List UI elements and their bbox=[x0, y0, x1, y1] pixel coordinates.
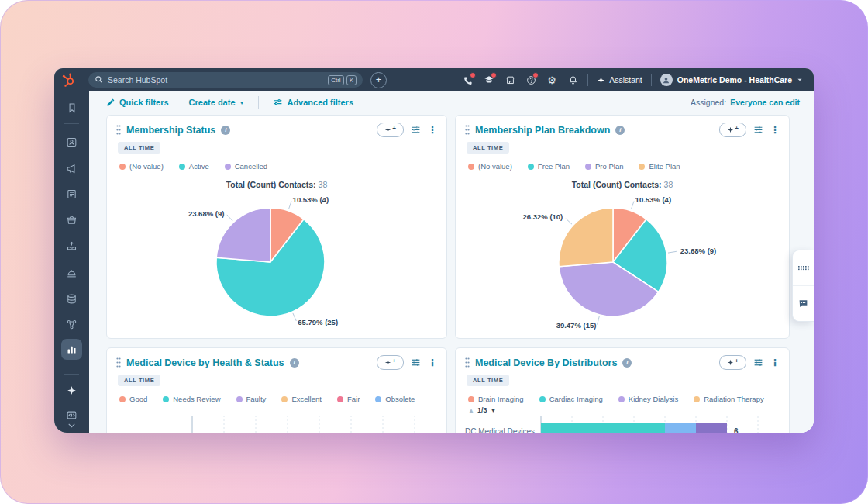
legend-label: Needs Review bbox=[173, 395, 220, 403]
pie-chart[interactable]: 10.53% (4)23.68% (9)39.47% (15)26.32% (1… bbox=[465, 191, 780, 346]
legend-item[interactable]: Pro Plan bbox=[585, 162, 623, 171]
drag-handle[interactable] bbox=[465, 357, 470, 368]
svg-text:39.47% (15): 39.47% (15) bbox=[556, 321, 597, 330]
legend-item[interactable]: Elite Plan bbox=[639, 162, 680, 171]
page-down-icon[interactable]: ▼ bbox=[490, 407, 496, 414]
card-title: Membership Plan Breakdown bbox=[475, 125, 610, 136]
legend-item[interactable]: (No value) bbox=[119, 162, 164, 171]
legend-dot bbox=[468, 164, 474, 170]
marketplace-icon[interactable] bbox=[504, 74, 516, 86]
drag-handle[interactable] bbox=[116, 357, 121, 368]
pie-chart[interactable]: 10.53% (4)65.79% (25)23.68% (9) bbox=[116, 191, 437, 346]
academy-icon[interactable] bbox=[483, 74, 495, 86]
card-membership-status: Membership Status i + ⋮ ALL TIME (No val… bbox=[106, 115, 447, 339]
search-input[interactable]: Search HubSpot Ctrl K bbox=[88, 72, 363, 88]
info-icon[interactable]: i bbox=[221, 126, 230, 135]
chevron-down-icon[interactable] bbox=[61, 415, 82, 433]
library-icon[interactable] bbox=[61, 288, 82, 309]
legend-label: Elite Plan bbox=[649, 162, 680, 171]
commerce-icon[interactable] bbox=[61, 209, 82, 230]
assistant-button[interactable]: Assistant bbox=[597, 75, 642, 85]
legend-dot bbox=[236, 396, 243, 402]
page-up-icon[interactable]: ▲ bbox=[468, 407, 474, 414]
bar-chart[interactable]: DC Medical Devices6 bbox=[465, 416, 780, 433]
workflows-icon[interactable] bbox=[61, 314, 82, 335]
card-title: Medical Device by Health & Status bbox=[126, 357, 284, 368]
card-legend: GoodNeeds ReviewFaultyExcellentFairObsol… bbox=[116, 395, 437, 403]
sparkle-icon[interactable] bbox=[61, 380, 82, 401]
filter-settings-icon[interactable] bbox=[411, 357, 421, 368]
info-icon[interactable]: i bbox=[615, 126, 625, 135]
legend-dot bbox=[281, 396, 288, 402]
filter-settings-icon[interactable] bbox=[753, 125, 763, 135]
bookmark-icon[interactable] bbox=[61, 97, 82, 118]
legend-item[interactable]: Excellent bbox=[281, 395, 322, 403]
info-icon[interactable]: i bbox=[622, 358, 632, 368]
legend-label: Obsolete bbox=[385, 395, 415, 403]
marketing-icon[interactable] bbox=[61, 158, 82, 179]
card-menu-icon[interactable]: ⋮ bbox=[770, 358, 780, 368]
legend-label: Excellent bbox=[291, 395, 322, 403]
reporting-icon[interactable] bbox=[61, 339, 82, 360]
drag-handle[interactable] bbox=[116, 125, 121, 135]
legend-item[interactable]: Cardiac Imaging bbox=[539, 395, 603, 403]
legend-item[interactable]: Radiation Therapy bbox=[694, 395, 763, 403]
account-menu[interactable]: OneMetric Demo - HealthCare bbox=[660, 74, 803, 86]
legend-item[interactable]: Obsolete bbox=[375, 395, 415, 403]
filter-settings-icon[interactable] bbox=[411, 125, 421, 135]
legend-item[interactable]: Faulty bbox=[236, 395, 267, 403]
search-shortcut: Ctrl K bbox=[328, 75, 356, 85]
legend-item[interactable]: Brain Imaging bbox=[468, 395, 524, 403]
advanced-filters-button[interactable]: Advanced filters bbox=[273, 98, 353, 108]
ai-insights-button[interactable]: + bbox=[719, 123, 746, 137]
content-icon[interactable] bbox=[61, 184, 82, 205]
drag-handle[interactable] bbox=[465, 125, 470, 135]
legend-item[interactable]: Free Plan bbox=[528, 162, 570, 171]
automations-icon[interactable] bbox=[61, 263, 82, 284]
legend-label: Fair bbox=[347, 395, 360, 403]
card-membership-plan-breakdown: Membership Plan Breakdown i + ⋮ ALL TIME… bbox=[455, 115, 790, 339]
contacts-icon[interactable] bbox=[61, 132, 82, 153]
inbox-icon[interactable] bbox=[61, 236, 82, 257]
legend-item[interactable]: Good bbox=[119, 395, 147, 403]
chat-bubble-icon bbox=[798, 299, 808, 309]
hubspot-logo-icon[interactable] bbox=[61, 72, 77, 88]
legend-item[interactable]: (No value) bbox=[468, 162, 512, 171]
legend-item[interactable]: Fair bbox=[337, 395, 360, 403]
shortcuts-button[interactable] bbox=[793, 250, 814, 285]
ai-insights-button[interactable]: + bbox=[719, 355, 746, 370]
legend-label: (No value) bbox=[478, 162, 512, 171]
help-icon[interactable] bbox=[525, 74, 537, 86]
legend-dot bbox=[375, 396, 381, 402]
card-legend: Brain ImagingCardiac ImagingKidney Dialy… bbox=[465, 395, 780, 403]
add-button[interactable]: + bbox=[370, 72, 387, 88]
info-icon[interactable]: i bbox=[290, 358, 299, 368]
card-legend: (No value)ActiveCancelled bbox=[116, 162, 437, 171]
card-menu-icon[interactable]: ⋮ bbox=[428, 126, 437, 135]
ai-insights-button[interactable]: + bbox=[377, 123, 404, 137]
quick-filters-button[interactable]: Quick filters bbox=[106, 98, 169, 107]
legend-item[interactable]: Kidney Dialysis bbox=[618, 395, 678, 403]
phone-icon[interactable] bbox=[462, 74, 474, 86]
legend-item[interactable]: Needs Review bbox=[163, 395, 220, 403]
legend-item[interactable]: Cancelled bbox=[225, 162, 267, 171]
card-menu-icon[interactable]: ⋮ bbox=[428, 358, 437, 368]
create-date-dropdown[interactable]: Create date ▼ bbox=[189, 98, 245, 107]
navbar-divider bbox=[587, 74, 588, 86]
filter-settings-icon[interactable] bbox=[753, 357, 763, 368]
notifications-icon[interactable] bbox=[567, 74, 579, 86]
svg-text:26.32% (10): 26.32% (10) bbox=[523, 212, 563, 221]
ai-insights-button[interactable]: + bbox=[377, 355, 404, 370]
sparkle-icon bbox=[727, 359, 734, 366]
settings-icon[interactable]: ⚙ bbox=[546, 74, 558, 86]
legend-dot bbox=[225, 164, 231, 170]
sidebar-divider bbox=[64, 374, 79, 375]
legend-label: Good bbox=[129, 395, 147, 403]
legend-item[interactable]: Active bbox=[179, 162, 209, 171]
chat-button[interactable] bbox=[793, 285, 814, 321]
assigned-value-link[interactable]: Everyone can edit bbox=[730, 98, 800, 107]
legend-dot bbox=[163, 396, 169, 402]
bar-chart[interactable]: Active13 bbox=[116, 416, 437, 433]
card-menu-icon[interactable]: ⋮ bbox=[770, 126, 780, 135]
pencil-icon bbox=[106, 98, 115, 107]
